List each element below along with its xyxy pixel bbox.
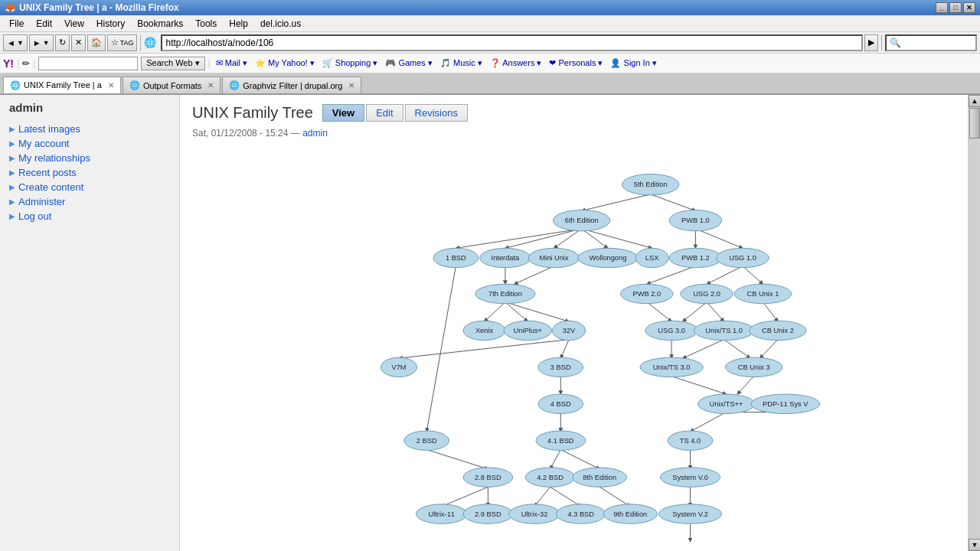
sidebar-label-administer: Administer	[18, 196, 65, 207]
content-tabs: View Edit Revisions	[322, 104, 468, 122]
home-icon: 🏠	[91, 37, 102, 47]
scroll-thumb[interactable]	[969, 108, 980, 139]
main-layout: admin ▶ Latest images ▶ My account ▶ My …	[0, 95, 980, 551]
svg-text:Wollongong: Wollongong	[590, 254, 627, 262]
tab-revisions[interactable]: Revisions	[405, 104, 468, 122]
address-bar[interactable]: http://localhost/a/node/106	[161, 34, 863, 51]
menu-history[interactable]: History	[90, 17, 131, 31]
svg-line-18	[683, 302, 707, 321]
sidebar-item-create-content[interactable]: ▶ Create content	[9, 180, 170, 194]
url-text[interactable]: http://localhost/a/node/106	[165, 37, 858, 48]
sidebar-label-create-content: Create content	[18, 181, 83, 193]
svg-text:9th Edition: 9th Edition	[613, 510, 647, 518]
nav-separator-2	[881, 35, 882, 51]
svg-line-42	[599, 487, 630, 506]
menu-edit[interactable]: Edit	[30, 17, 58, 31]
tab-close-1[interactable]: ✕	[207, 81, 214, 90]
scroll-track	[969, 107, 980, 539]
browser-tab-0[interactable]: 🌐 UNIX Family Tree | a ✕	[3, 77, 121, 93]
nav-separator	[140, 35, 141, 51]
tab-close-2[interactable]: ✕	[348, 81, 354, 90]
back-arrow-icon: ▼	[17, 39, 24, 47]
yahoo-answers-link[interactable]: ❓ Answers ▾	[488, 58, 544, 68]
go-icon: ▶	[868, 37, 874, 47]
svg-line-4	[554, 229, 582, 248]
sidebar-item-my-account[interactable]: ▶ My account	[9, 136, 170, 151]
svg-text:4 BSD: 4 BSD	[550, 400, 571, 408]
bullet-icon-4: ▶	[9, 168, 15, 177]
svg-line-8	[695, 229, 743, 248]
tab-edit[interactable]: Edit	[366, 104, 403, 122]
stop-button[interactable]: ✕	[71, 34, 86, 51]
svg-line-0	[582, 194, 651, 211]
go-button[interactable]: ▶	[864, 34, 878, 51]
yahoo-shopping-link[interactable]: 🛒 Shopping ▾	[320, 58, 381, 68]
toolbar-separator-3: |	[208, 58, 211, 69]
svg-text:CB Unix 3: CB Unix 3	[738, 364, 770, 371]
window-title: UNIX Family Tree | a - Mozilla Firefox	[19, 2, 179, 13]
yahoo-signin-link[interactable]: 👤 Sign In ▾	[608, 58, 658, 68]
menu-help[interactable]: Help	[223, 17, 254, 31]
tab-label-0: UNIX Family Tree | a	[24, 80, 102, 90]
svg-text:PDP-11 Sys V: PDP-11 Sys V	[763, 400, 808, 408]
svg-text:USG 3.0: USG 3.0	[658, 327, 685, 334]
yahoo-search-btn[interactable]: Search Web ▾	[141, 57, 204, 70]
close-button[interactable]: ✕	[963, 2, 975, 13]
sidebar-item-my-relationships[interactable]: ▶ My relationships	[9, 151, 170, 165]
minimize-button[interactable]: _	[936, 2, 948, 13]
forward-arrow-icon: ▼	[43, 39, 50, 47]
bookmark-star-icon: ☆	[111, 37, 119, 47]
svg-text:System V.0: System V.0	[672, 474, 708, 481]
browser-tab-2[interactable]: 🌐 Graphviz Filter | drupal.org ✕	[222, 77, 361, 93]
reload-button[interactable]: ↻	[55, 34, 70, 51]
sidebar-label-latest-images: Latest images	[18, 123, 80, 135]
tab-view[interactable]: View	[322, 104, 364, 122]
scroll-down-button[interactable]: ▼	[969, 539, 980, 551]
tab-icon-1: 🌐	[129, 80, 140, 90]
browser-tab-1[interactable]: 🌐 Output Formats ✕	[122, 77, 220, 93]
menu-delicious[interactable]: del.icio.us	[254, 17, 307, 31]
svg-line-21	[560, 340, 569, 358]
svg-line-35	[550, 449, 561, 468]
svg-line-29	[737, 377, 754, 394]
post-author-link[interactable]: admin	[302, 128, 328, 139]
menu-bookmarks[interactable]: Bookmarks	[131, 17, 189, 31]
svg-text:Unix/TS++: Unix/TS++	[710, 400, 743, 408]
svg-line-19	[707, 302, 724, 321]
svg-text:UniPlus+: UniPlus+	[514, 327, 542, 334]
yahoo-music-link[interactable]: 🎵 Music ▾	[438, 58, 485, 68]
svg-text:CB Unix 2: CB Unix 2	[762, 327, 794, 334]
svg-line-13	[743, 266, 763, 284]
sidebar-item-log-out[interactable]: ▶ Log out	[9, 209, 170, 223]
browser-search-box[interactable]: 🔍	[885, 34, 977, 51]
menu-tools[interactable]: Tools	[189, 17, 223, 31]
svg-line-17	[647, 302, 671, 321]
menu-view[interactable]: View	[58, 17, 90, 31]
svg-text:TS 4.0: TS 4.0	[680, 437, 701, 445]
home-button[interactable]: 🏠	[87, 34, 106, 51]
menu-file[interactable]: File	[3, 17, 30, 31]
back-button[interactable]: ◄ ▼	[3, 34, 28, 51]
tag-label: TAG	[120, 39, 134, 47]
sidebar-item-latest-images[interactable]: ▶ Latest images	[9, 122, 170, 136]
sidebar-item-administer[interactable]: ▶ Administer	[9, 194, 170, 209]
bookmark-button[interactable]: ☆ TAG	[107, 34, 138, 51]
yahoo-myyahoo-link[interactable]: ⭐ My Yahoo! ▾	[253, 58, 317, 68]
svg-text:5th Edition: 5th Edition	[634, 181, 668, 188]
yahoo-personals-link[interactable]: ❤ Personals ▾	[547, 58, 605, 68]
browser-tabs: 🌐 UNIX Family Tree | a ✕ 🌐 Output Format…	[0, 73, 980, 95]
svg-text:2.9 BSD: 2.9 BSD	[475, 510, 501, 518]
maximize-button[interactable]: □	[949, 2, 962, 13]
scroll-up-button[interactable]: ▲	[969, 95, 980, 107]
yahoo-mail-link[interactable]: ✉ Mail ▾	[214, 58, 250, 68]
tab-close-0[interactable]: ✕	[108, 81, 114, 90]
bullet-icon-6: ▶	[9, 197, 15, 206]
sidebar-item-recent-posts[interactable]: ▶ Recent posts	[9, 165, 170, 180]
globe-icon: 🌐	[144, 37, 156, 48]
yahoo-search-input[interactable]	[38, 57, 138, 70]
forward-button[interactable]: ► ▼	[29, 34, 54, 51]
svg-line-22	[399, 340, 569, 358]
yahoo-games-link[interactable]: 🎮 Games ▾	[383, 58, 435, 68]
sidebar-label-recent-posts: Recent posts	[18, 167, 77, 178]
svg-line-26	[760, 340, 778, 358]
